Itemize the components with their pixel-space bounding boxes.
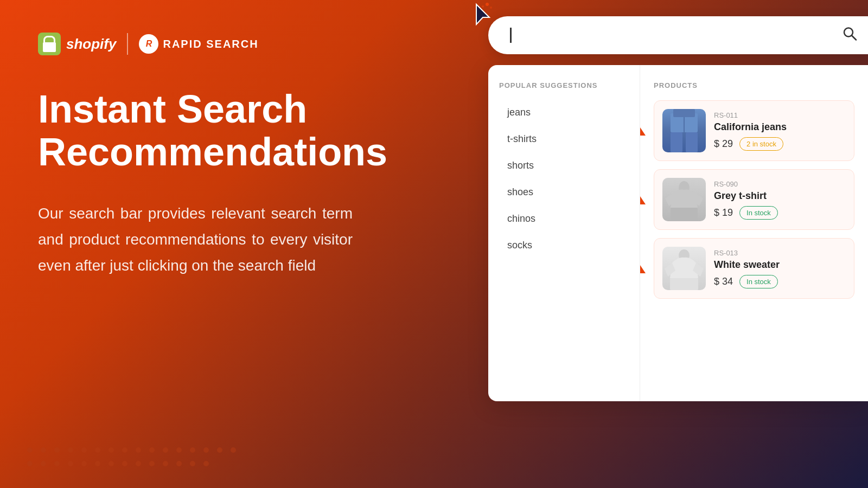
svg-point-2 [490,7,492,9]
stock-badge: In stock [739,206,778,220]
stock-badge: 2 in stock [739,137,783,151]
product-arrow-icon [640,264,646,273]
search-dropdown: POPULAR SUGGESTIONS jeans t-shirts short… [488,65,868,401]
suggestion-shorts[interactable]: shorts [499,153,629,178]
product-image-jeans [662,109,706,152]
svg-rect-14 [670,278,698,290]
dots-decoration [27,447,244,466]
logo-divider [127,33,128,55]
suggestion-tshirts[interactable]: t-shirts [499,127,629,151]
shopify-bag-icon [38,33,61,55]
rapid-search-logo: R RAPID SEARCH [139,34,258,54]
suggestion-jeans[interactable]: jeans [499,100,629,125]
product-info-shirt: RS-090 Grey t-shirt $ 19 In stock [714,180,846,220]
product-image-shirt [662,178,706,221]
left-panel: shopify R RAPID SEARCH Instant Search Re… [0,0,467,488]
search-icon[interactable] [842,26,857,45]
product-sku: RS-013 [714,249,846,257]
logo-bar: shopify R RAPID SEARCH [38,33,429,55]
suggestion-shoes[interactable]: shoes [499,180,629,204]
svg-point-1 [482,5,484,8]
svg-rect-6 [676,109,692,113]
product-image-sweater [662,247,706,290]
stock-badge: In stock [739,275,778,288]
product-sku: RS-090 [714,180,846,188]
products-panel: PRODUCTS RS-011 California jeans [640,65,868,401]
shopify-label: shopify [66,36,116,53]
suggestion-chinos[interactable]: chinos [499,207,629,231]
svg-rect-10 [686,132,698,152]
shopify-logo: shopify [38,33,116,55]
product-price-row: $ 29 2 in stock [714,137,846,151]
product-card-sweater[interactable]: RS-013 White sweater $ 34 In stock [654,238,854,299]
product-price: $ 29 [714,138,733,150]
product-name: California jeans [714,121,846,133]
suggestion-socks[interactable]: socks [499,233,629,258]
product-sku: RS-011 [714,111,846,119]
product-price: $ 34 [714,276,733,287]
suggestions-panel: POPULAR SUGGESTIONS jeans t-shirts short… [488,65,640,401]
search-bar[interactable] [488,16,868,54]
svg-rect-12 [671,208,698,221]
rapid-label: RAPID SEARCH [163,38,258,50]
hero-description: Our search bar provides relevant search … [38,201,353,278]
product-name: Grey t-shirt [714,190,846,202]
product-arrow-icon [640,195,646,204]
product-card-jeans[interactable]: RS-011 California jeans $ 29 2 in stock [654,100,854,161]
svg-rect-9 [671,132,682,152]
cursor-indicator [472,0,499,29]
svg-line-5 [852,36,856,40]
cursor-blink [510,28,512,43]
product-price: $ 19 [714,207,733,219]
product-info-jeans: RS-011 California jeans $ 29 2 in stock [714,111,846,151]
rapid-icon: R [139,34,158,54]
hero-title: Instant Search Recommendations [38,88,429,174]
product-arrow-icon [640,126,646,136]
svg-point-0 [486,3,489,6]
product-info-sweater: RS-013 White sweater $ 34 In stock [714,249,846,288]
products-title: PRODUCTS [654,81,854,89]
product-name: White sweater [714,259,846,271]
product-price-row: $ 19 In stock [714,206,846,220]
suggestions-title: POPULAR SUGGESTIONS [499,81,629,89]
right-panel: POPULAR SUGGESTIONS jeans t-shirts short… [434,0,868,488]
product-price-row: $ 34 In stock [714,275,846,288]
product-card-shirt[interactable]: RS-090 Grey t-shirt $ 19 In stock [654,169,854,230]
